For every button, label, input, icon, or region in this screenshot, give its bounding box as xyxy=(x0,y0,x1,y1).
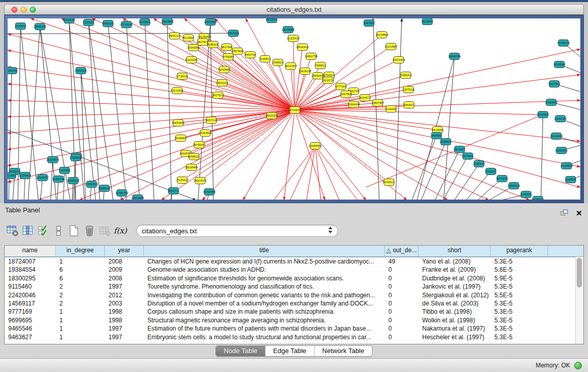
graph-node[interactable]: 13626235 xyxy=(299,68,311,75)
table-cell[interactable]: 1997 xyxy=(105,282,144,291)
graph-edge[interactable] xyxy=(443,156,468,200)
tab-node-table[interactable]: Node Table xyxy=(216,346,265,356)
graph-node[interactable]: 15751074 xyxy=(557,40,570,47)
table-cell[interactable]: 2 xyxy=(56,291,105,299)
table-row[interactable]: 1938455462009Genome-wide association stu… xyxy=(5,266,583,274)
table-cell[interactable]: 0 xyxy=(385,308,419,316)
create-column-icon[interactable] xyxy=(67,222,82,239)
graph-edge[interactable] xyxy=(193,48,295,110)
table-cell[interactable]: 1997 xyxy=(105,333,144,341)
graph-node[interactable]: 18640910 xyxy=(296,44,309,51)
table-cell[interactable]: 5.3E-5 xyxy=(491,333,548,341)
graph-node[interactable]: 11451944 xyxy=(52,176,64,183)
table-cell[interactable]: 1 xyxy=(56,308,105,316)
table-row[interactable]: 911546021997Tourette syndrome. Phenomeno… xyxy=(5,282,583,291)
table-cell[interactable]: Disruption of a novel member of a sodium… xyxy=(144,299,385,308)
table-cell[interactable]: 1998 xyxy=(105,316,144,324)
graph-node[interactable]: 8960123 xyxy=(169,33,180,39)
memory-status-indicator[interactable] xyxy=(574,362,582,369)
graph-node[interactable]: 16033809 xyxy=(204,19,216,26)
graph-node[interactable]: 11156829 xyxy=(19,172,31,179)
column-header-short[interactable]: short xyxy=(419,246,491,256)
table-row[interactable]: 977716911998Corpus callosum shape and si… xyxy=(5,308,583,316)
graph-node[interactable]: 9227343 xyxy=(549,81,559,87)
graph-edge[interactable] xyxy=(435,149,460,200)
graph-node[interactable]: 19654943 xyxy=(172,120,184,126)
table-cell[interactable]: 9777169 xyxy=(5,308,56,316)
graph-edge[interactable] xyxy=(295,110,325,200)
table-cell[interactable]: 9699695 xyxy=(5,316,56,324)
graph-node[interactable]: 16648784 xyxy=(448,53,461,60)
graph-edge[interactable] xyxy=(290,146,315,200)
graph-edge[interactable] xyxy=(315,146,358,200)
graph-node[interactable]: 12213967 xyxy=(385,43,397,50)
table-cell[interactable]: Corpus callosum shape and size in male p… xyxy=(144,308,385,316)
graph-node[interactable]: 16154808 xyxy=(376,32,388,38)
graph-node[interactable]: 9474444 xyxy=(462,153,473,160)
graph-edge[interactable] xyxy=(284,110,295,200)
graph-node[interactable]: 20206576 xyxy=(47,157,59,163)
graph-edge[interactable] xyxy=(167,21,171,200)
table-cell[interactable]: 0 xyxy=(385,291,419,299)
graph-node[interactable]: 10654112 xyxy=(508,183,520,189)
column-header-in_degree[interactable]: in_degree xyxy=(56,246,105,256)
graph-node[interactable]: 15692951 xyxy=(555,147,568,154)
graph-edge[interactable] xyxy=(69,20,76,200)
graph-node[interactable]: 9319991 xyxy=(139,19,150,26)
table-mode-icon[interactable] xyxy=(5,222,20,239)
graph-node[interactable]: 8186328 xyxy=(207,41,218,48)
graph-node[interactable]: 10653287 xyxy=(63,18,75,24)
graph-node[interactable]: 9245012 xyxy=(532,196,543,200)
graph-node[interactable]: 2867608 xyxy=(232,48,243,55)
table-cell[interactable]: Tourette syndrome. Phenomenology and cla… xyxy=(144,282,385,291)
graph-node[interactable]: 17359924 xyxy=(70,155,82,161)
graph-node[interactable]: 9463627 xyxy=(403,102,414,108)
float-panel-icon[interactable] xyxy=(560,207,568,221)
show-columns-icon[interactable] xyxy=(20,222,36,239)
table-cell[interactable]: 5.3E-5 xyxy=(491,257,548,266)
graph-node[interactable]: 16210643 xyxy=(550,133,562,140)
graph-node[interactable]: 17957223 xyxy=(85,181,98,188)
graph-node[interactable]: 9427512 xyxy=(212,92,223,99)
graph-node[interactable]: 15623845 xyxy=(161,18,173,25)
graph-node[interactable]: 9756085 xyxy=(223,54,233,60)
graph-edge[interactable] xyxy=(454,164,479,200)
graph-node[interactable]: 8678334 xyxy=(193,142,204,148)
table-cell[interactable]: 5.6E-5 xyxy=(491,266,548,274)
table-cell[interactable]: 1 xyxy=(56,316,105,324)
table-cell[interactable]: Embryonic stem cells: a model to study s… xyxy=(144,333,385,341)
graph-node[interactable]: 9827548 xyxy=(221,44,232,51)
graph-node[interactable]: 2405572 xyxy=(15,23,26,30)
table-cell[interactable]: Dudbridge et al. (2008) xyxy=(419,274,491,282)
table-cell[interactable]: 6 xyxy=(56,266,105,274)
graph-node[interactable]: 12093832 xyxy=(545,99,557,106)
graph-node[interactable]: 15716485 xyxy=(203,189,215,195)
graph-node[interactable]: 2055195 xyxy=(8,68,17,74)
table-cell[interactable]: 5.9E-5 xyxy=(491,274,548,282)
graph-node[interactable]: 1167575 xyxy=(565,177,576,183)
graph-node[interactable]: 2718120 xyxy=(177,73,187,80)
table-cell[interactable]: Tibbo et al. (1998) xyxy=(419,308,491,316)
graph-node[interactable]: 3624574 xyxy=(359,95,370,101)
table-cell[interactable]: 49 xyxy=(385,257,419,266)
table-cell[interactable]: 2 xyxy=(56,282,105,291)
graph-node[interactable]: 12923448 xyxy=(132,195,144,200)
graph-node[interactable]: 964095 xyxy=(431,133,442,139)
table-row[interactable]: 1830029562008Estimation of significance … xyxy=(5,274,583,282)
graph-node[interactable]: 3913991 xyxy=(8,172,16,179)
table-cell[interactable]: 5.3E-5 xyxy=(491,282,548,291)
table-cell[interactable]: 14569117 xyxy=(5,299,56,308)
table-cell[interactable]: Hescheler et al. (1997) xyxy=(419,333,491,341)
table-row[interactable]: 1456911722003Disruption of a novel membe… xyxy=(5,299,583,308)
graph-edge[interactable] xyxy=(295,75,580,110)
graph-node[interactable]: 9777169 xyxy=(335,83,346,90)
table-cell[interactable]: 5.3E-5 xyxy=(491,299,548,308)
row-selection-icon[interactable] xyxy=(36,222,51,239)
graph-node[interactable]: 16961758 xyxy=(305,53,317,60)
table-cell[interactable]: Yano et al. (2008) xyxy=(419,257,491,266)
table-cell[interactable]: de Silva et al. (2003) xyxy=(419,299,491,308)
table-cell[interactable]: Wolkin et al. (1998) xyxy=(419,316,491,324)
graph-node[interactable]: 10973493 xyxy=(393,57,405,63)
table-row[interactable]: 2242004622012Investigating the contribut… xyxy=(5,291,583,299)
table-cell[interactable]: 2003 xyxy=(105,299,144,308)
